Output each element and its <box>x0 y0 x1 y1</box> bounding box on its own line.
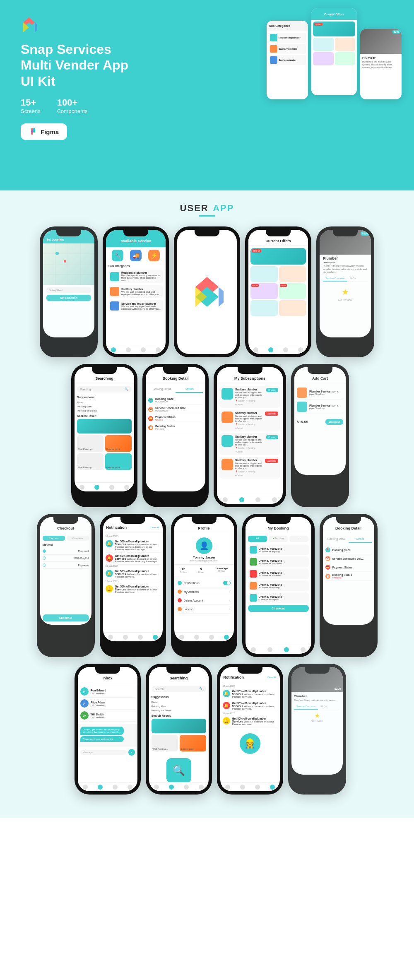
tab-payment[interactable]: Payment <box>43 536 65 541</box>
checkout-button[interactable]: Checkout <box>43 614 89 621</box>
nav-icon-3[interactable] <box>209 635 214 640</box>
suggestion-3[interactable]: Painting for Home <box>77 409 132 413</box>
order-chevron-5[interactable]: › <box>284 596 285 600</box>
tab-other[interactable]: › <box>289 536 308 542</box>
result-card-3[interactable]: Wall Painting ... <box>77 453 104 470</box>
offer-home[interactable] <box>250 300 278 316</box>
plumber-icon[interactable]: 🔧 <box>112 250 123 261</box>
nav-icon-3[interactable] <box>184 785 189 790</box>
nav-offers-icon[interactable] <box>268 347 273 352</box>
nav-icon-2[interactable] <box>123 635 128 640</box>
result-card-2[interactable]: Exterior paint <box>105 435 132 452</box>
nav-icon-1[interactable] <box>179 635 184 640</box>
shifting-icon[interactable]: 🚚 <box>130 250 142 261</box>
nav-icon-4[interactable] <box>224 635 229 640</box>
result-card-4[interactable]: Exterior paint <box>105 453 132 470</box>
notifications-toggle[interactable] <box>223 581 231 585</box>
menu-logout[interactable]: Logout › <box>178 605 231 614</box>
partial-tab-1[interactable]: Service Overview <box>294 704 318 710</box>
menu-address[interactable]: My Address › <box>178 588 231 596</box>
nav-icon-3[interactable] <box>138 635 143 640</box>
nav-icon-4[interactable] <box>124 485 129 490</box>
nav-home-icon[interactable] <box>253 347 258 352</box>
tab-pending[interactable]: ● Pending <box>269 536 288 542</box>
send-button[interactable]: › <box>128 749 135 756</box>
chat-input[interactable]: Message... <box>80 750 127 755</box>
nav-icon-1[interactable] <box>79 485 84 490</box>
booking-checkout-btn[interactable]: Checkout <box>248 605 309 612</box>
result-card-1[interactable]: Wall Painting ... <box>77 435 104 452</box>
nav-icon-3[interactable] <box>113 785 118 790</box>
radio-payment[interactable] <box>43 549 46 553</box>
offer-repair[interactable]: 50% off <box>250 283 278 299</box>
offer-tank[interactable] <box>279 266 306 282</box>
checkout-method-2[interactable]: With PayPal <box>43 555 89 562</box>
nav-icon-4[interactable] <box>270 785 275 790</box>
search-bar[interactable]: Painting 🔍 <box>77 386 132 392</box>
partial-tab-2[interactable]: FAQs <box>318 704 329 710</box>
menu-notifications[interactable]: Notifications <box>178 579 231 588</box>
tab-complete[interactable]: Complete <box>67 536 89 541</box>
nav-icon-2[interactable] <box>194 635 199 640</box>
checkout-btn[interactable]: Checkout <box>325 419 343 425</box>
inbox-item-1[interactable]: R Ron Edward I am coming... <box>80 686 135 698</box>
nav-icon-3[interactable] <box>255 785 260 790</box>
nav-profile-icon[interactable] <box>156 347 161 352</box>
tab-status-2[interactable]: Status <box>349 536 372 543</box>
tab-booking-detail[interactable]: Booking Detail <box>148 386 176 393</box>
suggestion-2[interactable]: Painting Man <box>77 405 132 409</box>
nav-icon-1[interactable] <box>251 647 256 652</box>
nav-profile-icon[interactable] <box>298 347 303 352</box>
nav-icon-3[interactable] <box>255 497 260 502</box>
nav-icon-3[interactable] <box>109 485 114 490</box>
nav-icon-4[interactable] <box>301 647 306 652</box>
nav-home-icon[interactable] <box>111 347 116 352</box>
clear-all-2-btn[interactable]: Clear All <box>267 676 276 679</box>
nav-icon-2[interactable] <box>169 785 174 790</box>
nav-booking-icon[interactable] <box>141 347 146 352</box>
suggestion-1[interactable]: Pinter <box>77 400 132 405</box>
order-chevron-4[interactable]: › <box>284 584 285 588</box>
nav-icon-3[interactable] <box>284 647 289 652</box>
figma-button[interactable]: Figma <box>21 123 67 140</box>
main-offer-card[interactable]: 50% off <box>250 248 306 265</box>
nav-booking-icon[interactable] <box>283 347 288 352</box>
nav-icon-4[interactable] <box>153 635 158 640</box>
sugg-2-3[interactable]: Painting for Home <box>152 708 206 713</box>
sugg-2-1[interactable]: Pinter <box>152 700 206 704</box>
order-chevron-2[interactable]: › <box>284 560 285 564</box>
nav-icon-2[interactable] <box>267 647 272 652</box>
nav-icon-2[interactable] <box>239 497 244 502</box>
inbox-item-3[interactable]: W Will Smith I am coming... <box>80 710 135 722</box>
set-location-btn[interactable]: Set Location <box>46 295 91 301</box>
sugg-2-2[interactable]: Painting Man <box>152 704 206 708</box>
nav-icon-2[interactable] <box>94 485 99 490</box>
emergency-icon[interactable]: ⚡ <box>148 250 160 261</box>
result-2-card-2[interactable]: Exterior paint <box>180 735 206 751</box>
menu-delete[interactable]: Delete Account › <box>178 596 231 605</box>
order-chevron-1[interactable]: › <box>284 548 285 552</box>
clear-all-btn[interactable]: Clear All <box>150 526 159 529</box>
search-bar-2[interactable]: Search... 🔍 <box>152 686 206 692</box>
tab-status[interactable]: Status <box>176 386 203 393</box>
nav-icon-2[interactable] <box>98 785 103 790</box>
map-location-input[interactable]: Noting Aboul Set Location <box>43 285 94 303</box>
nav-icon-4[interactable] <box>128 785 132 790</box>
nav-icon-4[interactable] <box>272 497 277 502</box>
nav-icon-2[interactable] <box>240 785 245 790</box>
checkout-method-1[interactable]: Payment <box>43 548 89 555</box>
nav-icon-1[interactable] <box>223 497 228 502</box>
nav-icon-1[interactable] <box>83 785 88 790</box>
nav-icon-1[interactable] <box>108 635 113 640</box>
tab-faqs[interactable]: FAQs <box>347 276 359 282</box>
inbox-item-2[interactable]: A Alice Adam I am coming... <box>80 698 135 710</box>
nav-search-icon[interactable] <box>126 347 131 352</box>
checkout-method-3[interactable]: Paywove <box>43 562 89 569</box>
order-chevron-3[interactable]: › <box>284 572 285 576</box>
nav-icon-4[interactable] <box>199 785 204 790</box>
result-2-card-1[interactable]: Wall Painting ... <box>152 735 178 751</box>
tab-all[interactable]: All <box>248 536 267 542</box>
offer-painting[interactable] <box>279 300 306 316</box>
offer-plumbing[interactable]: 50% off <box>279 283 306 299</box>
radio-paywove[interactable] <box>43 563 46 567</box>
